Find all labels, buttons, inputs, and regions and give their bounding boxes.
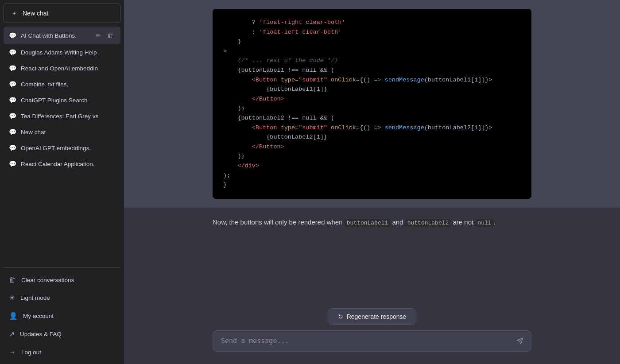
- logout-icon: →: [9, 348, 16, 356]
- code-block-wrapper: ? 'float-right clear-both' : 'float-left…: [213, 9, 531, 199]
- assistant-message-text: Now, the buttons will only be rendered w…: [124, 208, 620, 237]
- response-text-middle: and: [390, 218, 405, 226]
- delete-chat-button[interactable]: 🗑: [105, 31, 115, 40]
- person-icon: 👤: [9, 312, 18, 320]
- plus-icon: ＋: [11, 9, 17, 17]
- chat-icon: 💬: [9, 65, 16, 72]
- clear-conversations-button[interactable]: 🗑 Clear conversations: [4, 271, 120, 288]
- response-text: Now, the buttons will only be rendered w…: [213, 217, 531, 228]
- send-button[interactable]: [515, 336, 525, 348]
- chat-icon: 💬: [9, 160, 16, 167]
- chat-item-label: OpenAI GPT embeddings.: [21, 145, 115, 151]
- sidebar-bottom: 🗑 Clear conversations ☀ Light mode 👤 My …: [4, 271, 120, 360]
- chat-list: 💬 AI Chat with Buttons. ✏ 🗑 💬 Douglas Ad…: [4, 27, 120, 264]
- my-account-button[interactable]: 👤 My account: [4, 307, 120, 325]
- chat-item-label: Douglas Adams Writing Help: [21, 49, 115, 56]
- new-chat-label: New chat: [23, 10, 48, 17]
- trash-icon: 🗑: [9, 276, 16, 284]
- chat-item-label: AI Chat with Buttons.: [21, 32, 89, 39]
- chat-input[interactable]: [213, 330, 531, 352]
- inline-code-2: buttonLabel2: [405, 219, 451, 227]
- chat-messages: ? 'float-right clear-both' : 'float-left…: [124, 0, 620, 301]
- updates-faq-button[interactable]: ↗ Updates & FAQ: [4, 325, 120, 343]
- assistant-message-code: ? 'float-right clear-both' : 'float-left…: [124, 0, 620, 208]
- light-mode-label: Light mode: [20, 294, 50, 301]
- chat-item[interactable]: 💬 Tea Differences: Earl Grey vs: [4, 108, 120, 124]
- chat-item-actions: ✏ 🗑: [94, 31, 115, 40]
- edit-chat-button[interactable]: ✏: [94, 31, 103, 40]
- chat-item[interactable]: 💬 Combine .txt files.: [4, 76, 120, 92]
- input-wrapper: [213, 330, 531, 353]
- chat-icon: 💬: [9, 128, 16, 136]
- response-text-end: .: [494, 218, 496, 226]
- chat-item[interactable]: 💬 React and OpenAI embeddin: [4, 60, 120, 76]
- updates-faq-label: Updates & FAQ: [20, 331, 62, 337]
- chat-icon: 💬: [9, 144, 16, 151]
- external-link-icon: ↗: [9, 330, 15, 338]
- bottom-area: ↻ Regenerate response: [124, 301, 620, 364]
- regenerate-response-button[interactable]: ↻ Regenerate response: [329, 308, 416, 325]
- log-out-button[interactable]: → Log out: [4, 344, 120, 360]
- regenerate-label: Regenerate response: [347, 313, 407, 320]
- clear-conversations-label: Clear conversations: [21, 277, 74, 283]
- new-chat-button[interactable]: ＋ New chat: [4, 4, 120, 23]
- chat-icon: 💬: [9, 112, 16, 120]
- sun-icon: ☀: [9, 294, 15, 302]
- chat-item[interactable]: 💬 Douglas Adams Writing Help: [4, 44, 120, 60]
- my-account-label: My account: [23, 313, 54, 319]
- chat-item[interactable]: 💬 React Calendar Application.: [4, 156, 120, 172]
- inline-code-3: null: [475, 219, 493, 227]
- chat-item[interactable]: 💬 ChatGPT Plugins Search: [4, 92, 120, 108]
- chat-item[interactable]: 💬 AI Chat with Buttons. ✏ 🗑: [4, 27, 120, 44]
- chat-item-label: React Calendar Application.: [21, 161, 115, 167]
- code-scroll-area[interactable]: ? 'float-right clear-both' : 'float-left…: [213, 9, 531, 199]
- response-text-after: are not: [451, 218, 475, 226]
- response-text-before: Now, the buttons will only be rendered w…: [213, 218, 345, 226]
- message-content: Now, the buttons will only be rendered w…: [213, 217, 531, 228]
- chat-item-label: Tea Differences: Earl Grey vs: [21, 113, 115, 120]
- chat-item-label: ChatGPT Plugins Search: [21, 97, 115, 104]
- message-content: ? 'float-right clear-both' : 'float-left…: [213, 9, 531, 199]
- chat-item-label: New chat: [21, 129, 115, 136]
- chat-icon: 💬: [9, 32, 16, 39]
- code-block: ? 'float-right clear-both' : 'float-left…: [213, 9, 531, 199]
- log-out-label: Log out: [21, 349, 41, 356]
- chat-item[interactable]: 💬 OpenAI GPT embeddings.: [4, 140, 120, 156]
- sidebar: ＋ New chat 💬 AI Chat with Buttons. ✏ 🗑 💬…: [0, 0, 124, 364]
- chat-item-label: Combine .txt files.: [21, 81, 115, 88]
- chat-icon: 💬: [9, 49, 16, 56]
- chat-item-label: React and OpenAI embeddin: [21, 65, 115, 72]
- chat-icon: 💬: [9, 97, 16, 104]
- chat-item[interactable]: 💬 New chat: [4, 124, 120, 140]
- chat-icon: 💬: [9, 81, 16, 88]
- light-mode-button[interactable]: ☀ Light mode: [4, 289, 120, 306]
- regenerate-icon: ↻: [338, 313, 343, 320]
- inline-code-1: buttonLabel1: [345, 219, 391, 227]
- send-icon: [516, 337, 523, 345]
- sidebar-divider: [4, 267, 120, 268]
- main-content: ? 'float-right clear-both' : 'float-left…: [124, 0, 620, 364]
